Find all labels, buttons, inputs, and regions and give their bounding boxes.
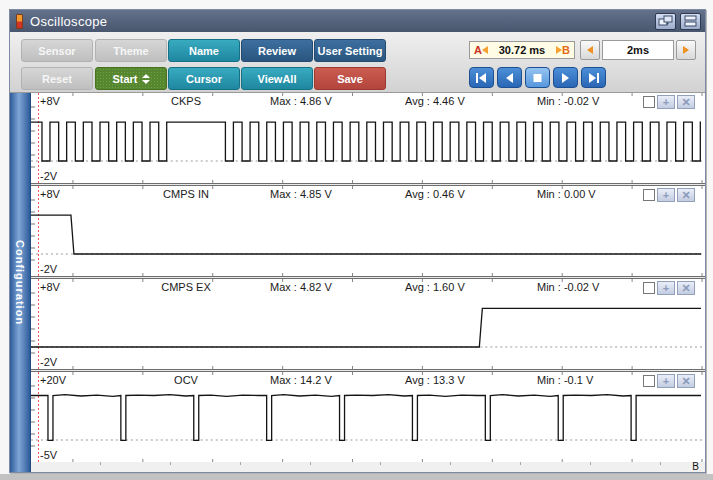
scale-bottom-label: -2V: [40, 356, 57, 368]
window-title: Oscilloscope: [30, 14, 107, 29]
configuration-tab[interactable]: Configuration: [10, 93, 31, 472]
avg-readout: Avg : 13.3 V: [405, 374, 465, 386]
titlebar: Oscilloscope: [10, 10, 705, 32]
save-button[interactable]: Save: [314, 67, 386, 90]
app-icon: [16, 14, 23, 29]
channel-expand-icon[interactable]: +: [657, 188, 675, 202]
avg-readout: Avg : 4.46 V: [405, 95, 465, 107]
skip-to-end-button[interactable]: [581, 67, 606, 88]
desktop-background: [0, 474, 713, 480]
channel-name: CMPS IN: [126, 188, 246, 200]
viewall-button[interactable]: ViewAll: [241, 67, 313, 90]
max-readout: Max : 4.86 V: [270, 95, 332, 107]
start-spinner-icon[interactable]: [142, 74, 150, 84]
ab-range-box[interactable]: A 30.72 ms B: [469, 41, 575, 59]
reset-button[interactable]: Reset: [21, 67, 93, 90]
min-readout: Min : -0.02 V: [537, 281, 599, 293]
channel-name: OCV: [126, 374, 246, 386]
timebase-decrease-button[interactable]: [580, 40, 600, 60]
play-button[interactable]: [553, 67, 578, 88]
channel-close-icon[interactable]: ✕: [677, 374, 695, 388]
skip-to-start-button[interactable]: [469, 67, 494, 88]
scale-top-label: +8V: [40, 281, 60, 293]
channel-expand-icon[interactable]: +: [657, 374, 675, 388]
stop-button[interactable]: [525, 67, 550, 88]
channel-name: CMPS EX: [126, 281, 246, 293]
channel-close-icon[interactable]: ✕: [677, 95, 695, 109]
channel-panel-cmps-in: +8V CMPS IN Max : 4.85 V Avg : 0.46 V Mi…: [31, 186, 705, 276]
scale-top-label: +20V: [40, 374, 66, 386]
min-readout: Min : -0.1 V: [537, 374, 593, 386]
max-readout: Max : 4.82 V: [270, 281, 332, 293]
avg-readout: Avg : 0.46 V: [405, 188, 465, 200]
channel-checkbox[interactable]: [643, 282, 655, 294]
scale-bottom-label: -2V: [40, 170, 57, 182]
channel-expand-icon[interactable]: +: [657, 281, 675, 295]
time-ruler: B: [31, 462, 705, 472]
channel-plots: +8V CKPS Max : 4.86 V Avg : 4.46 V Min :…: [31, 93, 705, 472]
play-backward-button[interactable]: [497, 67, 522, 88]
user-setting-button[interactable]: User Setting: [314, 39, 386, 62]
playback-controls: [469, 67, 606, 88]
name-button[interactable]: Name: [168, 39, 240, 62]
channel-expand-icon[interactable]: +: [657, 95, 675, 109]
ab-range-value: 30.72 ms: [488, 44, 556, 56]
channel-close-icon[interactable]: ✕: [677, 281, 695, 295]
timebase-increase-button[interactable]: [676, 40, 696, 60]
channel-checkbox[interactable]: [643, 189, 655, 201]
toolbar: Sensor Theme Name Review User Setting Re…: [10, 32, 705, 93]
configuration-tab-label: Configuration: [14, 240, 26, 325]
oscilloscope-window: Oscilloscope Sensor Theme Name Review Us…: [9, 9, 706, 473]
theme-button[interactable]: Theme: [95, 39, 167, 62]
window-list-icon[interactable]: [680, 13, 701, 30]
channel-panel-cmps-ex: +8V CMPS EX Max : 4.82 V Avg : 1.60 V Mi…: [31, 279, 705, 369]
right-arrow-icon: [683, 46, 689, 54]
avg-readout: Avg : 1.60 V: [405, 281, 465, 293]
left-arrow-icon: [587, 46, 593, 54]
channel-checkbox[interactable]: [643, 375, 655, 387]
max-readout: Max : 4.85 V: [270, 188, 332, 200]
timebase-value: 2ms: [602, 40, 674, 60]
channel-name: CKPS: [126, 95, 246, 107]
cursor-button[interactable]: Cursor: [168, 67, 240, 90]
main-content: Configuration +8V CKPS Max : 4.86 V Avg …: [10, 93, 705, 472]
max-readout: Max : 14.2 V: [270, 374, 332, 386]
cursor-b-marker: B: [692, 461, 699, 472]
channel-panel-ocv: +20V OCV Max : 14.2 V Avg : 13.3 V Min :…: [31, 372, 705, 462]
scale-top-label: +8V: [40, 188, 60, 200]
min-readout: Min : -0.02 V: [537, 95, 599, 107]
scale-bottom-label: -2V: [40, 263, 57, 275]
dual-display-icon[interactable]: [655, 13, 676, 30]
sensor-button[interactable]: Sensor: [21, 39, 93, 62]
channel-panel-ckps: +8V CKPS Max : 4.86 V Avg : 4.46 V Min :…: [31, 93, 705, 183]
cursor-b-label: B: [562, 44, 570, 56]
min-readout: Min : 0.00 V: [537, 188, 596, 200]
channel-checkbox[interactable]: [643, 96, 655, 108]
cursor-a-label: A: [474, 44, 482, 56]
review-button[interactable]: Review: [241, 39, 313, 62]
scale-bottom-label: -5V: [40, 449, 57, 461]
start-button[interactable]: Start: [95, 67, 167, 90]
scale-top-label: +8V: [40, 95, 60, 107]
channel-close-icon[interactable]: ✕: [677, 188, 695, 202]
